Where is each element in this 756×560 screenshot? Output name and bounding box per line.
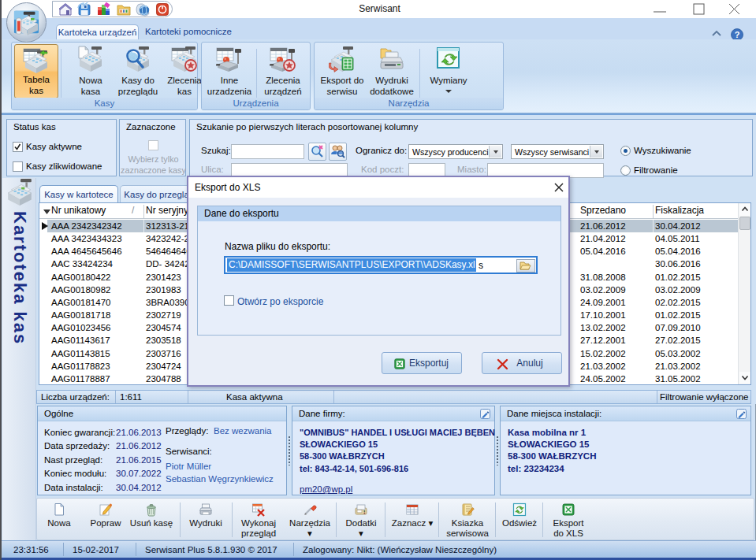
svg-text:?: ? <box>735 30 740 39</box>
